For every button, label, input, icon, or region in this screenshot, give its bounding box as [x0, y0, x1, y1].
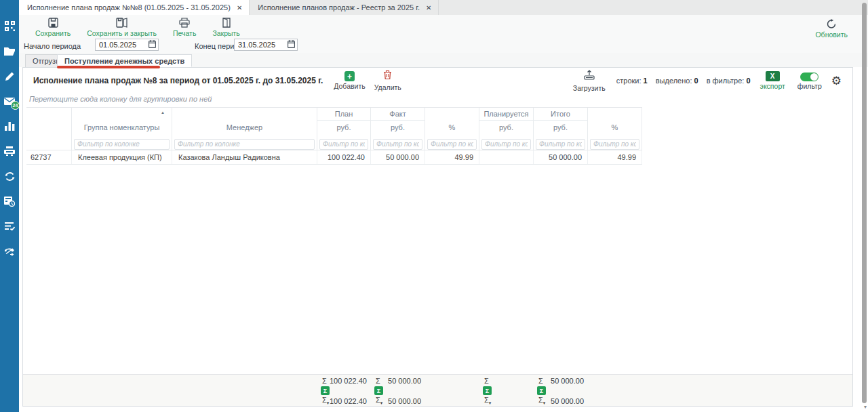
- filter-input-group[interactable]: [74, 139, 170, 150]
- refresh-icon: [826, 19, 837, 29]
- column-plan-unit: руб.: [317, 121, 370, 136]
- close-icon[interactable]: ✕: [237, 4, 242, 12]
- cell-group: Клеевая продукция (КП): [72, 150, 172, 164]
- page-title: Исполнение плана продаж №8 за период от …: [33, 76, 323, 85]
- filter-label: фильтр: [797, 82, 822, 90]
- close-label: Закрыть: [212, 29, 239, 37]
- vertical-scrollbar[interactable]: [862, 3, 867, 403]
- window-tab-bar: Исполнение плана продаж №№8 (01.05.2025 …: [19, 0, 868, 15]
- column-total-label: Итого: [534, 108, 587, 121]
- sort-asc-icon[interactable]: ▲: [161, 110, 165, 115]
- report-clock-icon[interactable]: [4, 196, 15, 207]
- cell-total-pct: 49.99: [588, 150, 642, 164]
- rows-stat: строки: 1: [616, 77, 648, 85]
- sync-icon[interactable]: [4, 171, 15, 182]
- save-icon: [48, 18, 58, 28]
- window-tab-registry-label: Исполнение планов продаж - Реестр за 202…: [258, 3, 420, 12]
- column-plan-label: План: [317, 108, 370, 121]
- column-fact-label: Факт: [371, 108, 425, 121]
- column-group[interactable]: ▲ Группа номенклатуры: [72, 108, 172, 136]
- cell-pct: 49.99: [425, 150, 479, 164]
- filtered-stat: в фильтре: 0: [707, 77, 751, 85]
- mail-unread-badge: 24: [11, 101, 20, 110]
- cell-manager: Казакова Ландыш Радиковна: [172, 150, 317, 164]
- folder-icon[interactable]: [4, 45, 15, 56]
- gear-icon[interactable]: ⚙: [831, 75, 842, 87]
- window-tab-plan[interactable]: Исполнение плана продаж №№8 (01.05.2025 …: [19, 0, 250, 15]
- print-label: Печать: [173, 29, 196, 37]
- filter-toggle[interactable]: фильтр: [797, 71, 822, 90]
- window-tab-registry[interactable]: Исполнение планов продаж - Реестр за 202…: [250, 0, 439, 15]
- print-device-icon[interactable]: [4, 146, 15, 157]
- calendar-icon[interactable]: [288, 39, 295, 51]
- period-start-field[interactable]: [95, 39, 159, 51]
- column-total-pct[interactable]: %: [588, 108, 642, 136]
- sum-settings-icon[interactable]: Σ: [321, 386, 330, 395]
- filter-input-total-pct[interactable]: [590, 139, 639, 150]
- table-stats: строки: 1 выделено: 0 в фильтре: 0: [616, 77, 751, 85]
- close-icon[interactable]: ✕: [426, 4, 431, 12]
- print-button[interactable]: Печать: [165, 15, 204, 37]
- excel-icon: X: [766, 71, 780, 81]
- footer-sum2-plan: Σ▾100 022.40: [317, 396, 371, 406]
- column-rownum[interactable]: [26, 108, 72, 136]
- table-footer: Σ100 022.40 Σ50 000.00 Σ Σ50 000.00 Σ Σ …: [23, 374, 852, 406]
- column-plan[interactable]: План руб.: [317, 108, 371, 136]
- load-label: Загрузить: [573, 84, 606, 92]
- calendar-icon[interactable]: [149, 39, 156, 51]
- main-panel: Исполнение плана продаж №8 за период от …: [22, 67, 853, 407]
- export-excel-button[interactable]: X экспорт: [760, 71, 785, 90]
- delete-row-button[interactable]: Удалить: [374, 70, 401, 91]
- refresh-button[interactable]: Обновить: [807, 16, 856, 39]
- column-manager[interactable]: Менеджер: [172, 108, 317, 136]
- period-end-field[interactable]: [234, 39, 298, 51]
- cell-fact: 50 000.00: [371, 150, 425, 164]
- save-and-close-button[interactable]: Сохранить и закрыть: [79, 15, 165, 37]
- task-list-icon[interactable]: [4, 221, 15, 232]
- column-fact[interactable]: Факт руб.: [371, 108, 425, 136]
- panel-header: Исполнение плана продаж №8 за период от …: [23, 68, 852, 94]
- footer-sum2-fact: Σ▾50 000.00: [371, 396, 425, 406]
- window-tab-plan-label: Исполнение плана продаж №№8 (01.05.2025 …: [27, 3, 231, 12]
- save-button[interactable]: Сохранить: [27, 15, 79, 37]
- phone-icon[interactable]: [4, 246, 15, 257]
- add-row-button[interactable]: + Добавить: [334, 71, 365, 90]
- filter-input-pct[interactable]: [427, 139, 477, 150]
- scrollbar-arrow-icon[interactable]: ▾: [864, 405, 867, 410]
- refresh-label: Обновить: [815, 30, 848, 39]
- table-row[interactable]: 62737 Клеевая продукция (КП) Казакова Ла…: [26, 150, 642, 165]
- load-button[interactable]: Загрузить: [573, 70, 606, 92]
- sum-settings-icon[interactable]: Σ: [483, 386, 492, 395]
- pencil-icon[interactable]: [4, 70, 15, 81]
- apps-grid-icon[interactable]: [4, 20, 15, 31]
- filter-input-plan[interactable]: [319, 139, 368, 150]
- bar-chart-icon[interactable]: [4, 121, 15, 131]
- delete-row-label: Удалить: [374, 83, 401, 91]
- period-end-input[interactable]: [235, 41, 282, 49]
- column-planned[interactable]: Планируется руб.: [479, 108, 534, 136]
- column-planned-label: Планируется: [479, 108, 533, 121]
- document-toolbar: Сохранить Сохранить и закрыть Печать Зак…: [19, 15, 868, 39]
- toggle-on-icon[interactable]: [800, 73, 818, 81]
- filter-input-manager[interactable]: [174, 139, 315, 150]
- column-pct-label: %: [449, 123, 456, 131]
- column-total[interactable]: Итого руб.: [534, 108, 588, 136]
- close-button[interactable]: Закрыть: [204, 15, 248, 37]
- mail-icon[interactable]: 24: [4, 96, 15, 106]
- filter-input-total[interactable]: [536, 139, 585, 150]
- filter-input-fact[interactable]: [373, 139, 422, 150]
- trash-icon: [383, 70, 392, 83]
- sum-settings-icon[interactable]: Σ: [537, 386, 546, 395]
- sum-settings-icon[interactable]: Σ: [374, 386, 383, 395]
- column-planned-unit: руб.: [479, 121, 533, 136]
- column-pct[interactable]: %: [425, 108, 479, 136]
- footer-sum-total: Σ50 000.00: [534, 376, 588, 386]
- section-tabs: Отгрузка Поступление денежных средств: [19, 53, 868, 67]
- red-annotation-underline: [57, 66, 160, 68]
- column-total-unit: руб.: [534, 121, 587, 136]
- period-start-input[interactable]: [96, 41, 143, 49]
- save-and-close-icon: [116, 18, 127, 28]
- filter-input-planned[interactable]: [481, 139, 531, 150]
- footer-sum-planned: Σ: [479, 376, 534, 386]
- period-start-label: Начало периода: [24, 42, 81, 50]
